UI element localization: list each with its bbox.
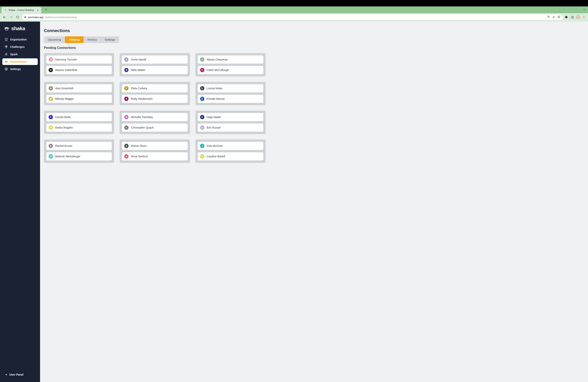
svg-rect-13 xyxy=(5,38,7,41)
person-row[interactable]: NNikki Walter xyxy=(122,66,188,74)
connection-pair: CCassie BodeDDedra Rogahn xyxy=(44,111,114,134)
address-bar[interactable]: joinshaka.app/admin/connections/pending xyxy=(22,14,563,20)
person-row[interactable]: FFleta Corkery xyxy=(122,84,188,92)
sidebar-item-challenges[interactable]: Challenges xyxy=(2,43,38,50)
zoom-icon[interactable] xyxy=(547,15,550,19)
connection-pair: AAsia GreenholtMMelody Maggio xyxy=(44,82,114,105)
person-name: Melody Maggio xyxy=(55,97,74,100)
browser-reload-button[interactable] xyxy=(15,15,20,20)
page-title: Connections xyxy=(44,28,584,33)
browser-back-button[interactable] xyxy=(2,15,7,20)
tab-history[interactable]: History xyxy=(84,36,101,43)
person-name: Alyssa Chauncey xyxy=(207,58,228,61)
sidebar: shaka OrganizationChallengesSparkConnect… xyxy=(0,21,40,382)
person-row[interactable]: MMaxine Satterfield xyxy=(46,66,112,74)
kebab-menu-icon[interactable] xyxy=(582,15,586,19)
avatar: A xyxy=(200,57,204,62)
person-row[interactable]: RRudy Heidenreich xyxy=(122,95,188,103)
tab-settings[interactable]: Settings xyxy=(101,36,119,43)
sidebar-item-settings[interactable]: Settings xyxy=(2,66,38,72)
person-row[interactable]: MMelanie Wertzberger xyxy=(46,152,112,160)
svg-point-12 xyxy=(584,18,584,18)
person-row[interactable]: AAsia Greenholt xyxy=(46,84,112,92)
connection-pair: GGreta HamillNNikki Walter xyxy=(120,53,190,76)
share-icon[interactable] xyxy=(552,16,555,19)
profile-avatar[interactable] xyxy=(576,15,580,19)
avatar: C xyxy=(200,68,204,72)
person-row[interactable]: MMelody Maggio xyxy=(46,95,112,103)
person-row[interactable]: CCassie Bode xyxy=(46,113,112,121)
trophy-icon xyxy=(5,45,8,48)
sidepanel-icon[interactable] xyxy=(570,15,574,19)
extensions-icon[interactable] xyxy=(564,15,568,19)
tabs-overflow-button[interactable] xyxy=(583,8,586,12)
connection-pair: DDaija NaderEErin Russel xyxy=(195,111,266,134)
person-name: Anna Sanford xyxy=(131,155,147,158)
avatar: L xyxy=(200,86,204,90)
avatar: Z xyxy=(200,144,204,148)
person-row[interactable]: CCandice Bartell xyxy=(198,152,263,160)
browser-forward-button[interactable] xyxy=(9,15,14,20)
user-panel-label: User Panel xyxy=(9,373,23,376)
avatar: A xyxy=(49,86,53,90)
person-row[interactable]: RRachel Ernser xyxy=(46,142,112,150)
svg-marker-7 xyxy=(558,16,560,18)
user-panel-link[interactable]: User Panel xyxy=(5,373,35,376)
avatar: F xyxy=(124,86,128,90)
connection-pair: AAlyssa ChaunceyCClaire McCullough xyxy=(195,53,266,76)
logo[interactable]: shaka xyxy=(2,25,38,36)
main-content: Connections UpcomingPendingHistorySettin… xyxy=(40,21,588,382)
person-row[interactable]: GGreta Hamill xyxy=(122,55,188,64)
avatar: C xyxy=(124,126,128,130)
logo-text: shaka xyxy=(11,25,25,32)
person-name: Christopher Quach xyxy=(131,126,154,129)
favicon-icon xyxy=(4,9,7,12)
person-row[interactable]: CChristopher Quach xyxy=(122,124,188,132)
tab-pending[interactable]: Pending xyxy=(65,36,84,43)
person-row[interactable]: LLouisa Nolan xyxy=(198,84,263,92)
connection-pair: RRachel ErnserMMelanie Wertzberger xyxy=(44,139,114,163)
person-row[interactable]: ZZola McClure xyxy=(198,142,263,150)
person-row[interactable]: AAlyssa Chauncey xyxy=(198,55,263,64)
person-name: Erin Russel xyxy=(207,126,221,129)
sidebar-item-connections[interactable]: Connections xyxy=(2,58,38,65)
person-row[interactable]: FFreeda Harvey xyxy=(198,95,263,103)
avatar: C xyxy=(200,154,204,159)
person-name: Reese Olson xyxy=(131,144,147,148)
lock-icon xyxy=(24,16,26,19)
tab-close-button[interactable]: ✕ xyxy=(37,9,39,11)
sub-tabs: UpcomingPendingHistorySettings xyxy=(44,36,119,43)
person-name: Claire McCullough xyxy=(207,68,229,72)
sidebar-item-label: Spark xyxy=(10,53,18,56)
avatar: A xyxy=(124,154,128,159)
star-icon[interactable] xyxy=(557,15,560,19)
person-name: Candice Bartell xyxy=(207,155,225,158)
connection-pair: ZZola McClureCCandice Bartell xyxy=(195,139,266,163)
person-name: Asia Greenholt xyxy=(55,87,73,90)
person-row[interactable]: AAnna Sanford xyxy=(122,152,188,160)
person-row[interactable]: MMichelle Tremblay xyxy=(122,113,188,121)
person-row[interactable]: DDaija Nader xyxy=(198,113,263,121)
avatar: M xyxy=(49,97,53,101)
person-row[interactable]: CClaire McCullough xyxy=(198,66,263,74)
new-tab-button[interactable]: + xyxy=(43,7,49,13)
svg-point-21 xyxy=(6,69,7,69)
building-icon xyxy=(5,38,8,41)
person-name: Nikki Walter xyxy=(131,68,145,72)
person-row[interactable]: RReese Olson xyxy=(122,142,188,150)
person-name: Maxine Satterfield xyxy=(55,68,77,72)
sidebar-item-organization[interactable]: Organization xyxy=(2,36,38,43)
person-row[interactable]: DDedra Rogahn xyxy=(46,124,112,132)
shaka-hand-icon xyxy=(4,26,10,32)
sidebar-item-label: Challenges xyxy=(10,45,25,48)
sidebar-item-label: Organization xyxy=(10,38,27,41)
sidebar-item-label: Connections xyxy=(10,60,27,63)
person-name: Fleta Corkery xyxy=(131,87,147,90)
person-row[interactable]: HHarmony Turcotte xyxy=(46,55,112,64)
sidebar-item-spark[interactable]: Spark xyxy=(2,51,38,58)
person-row[interactable]: EErin Russel xyxy=(198,124,263,132)
avatar: E xyxy=(200,126,204,130)
browser-tab[interactable]: Shaka - Culture Building ✕ xyxy=(1,7,41,13)
tab-upcoming[interactable]: Upcoming xyxy=(44,36,65,43)
connection-pair: HHarmony TurcotteMMaxine Satterfield xyxy=(44,53,114,76)
